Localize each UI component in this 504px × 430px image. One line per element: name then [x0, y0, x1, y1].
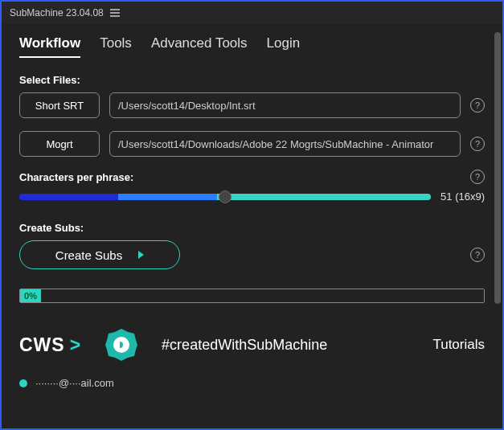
slider-thumb[interactable] [219, 190, 232, 203]
help-icon[interactable]: ? [470, 137, 485, 151]
content-area: Workflow Tools Advanced Tools Login Sele… [2, 24, 502, 428]
status-dot-icon [19, 379, 27, 387]
short-srt-button[interactable]: Short SRT [19, 92, 100, 118]
help-icon[interactable]: ? [470, 170, 485, 184]
hashtag: #createdWithSubMachine [162, 337, 327, 354]
chevron-right-icon: > [70, 334, 81, 356]
create-row: Create Subs ? [19, 240, 485, 269]
progress-fill: 0% [20, 289, 41, 302]
cpp-slider[interactable] [19, 194, 431, 200]
app-title: SubMachine 23.04.08 [10, 7, 104, 18]
mogrt-path-field[interactable]: /Users/scott14/Downloads/Adobe 22 Mogrts… [109, 131, 461, 157]
play-icon [138, 251, 144, 259]
cpp-header: Characters per phrase: ? [19, 170, 485, 184]
tab-bar: Workflow Tools Advanced Tools Login [19, 35, 485, 58]
titlebar: SubMachine 23.04.08 [2, 2, 502, 24]
cws-text: CWS [19, 334, 65, 356]
create-subs-button-label: Create Subs [55, 248, 122, 262]
cws-logo[interactable]: CWS > [19, 334, 81, 356]
scrollbar-thumb[interactable] [494, 32, 501, 304]
app-window: SubMachine 23.04.08 Workflow Tools Advan… [0, 0, 504, 430]
badge-icon [104, 327, 139, 362]
tab-tools[interactable]: Tools [100, 35, 132, 58]
file-row-srt: Short SRT /Users/scott14/Desktop/Int.srt… [19, 92, 485, 118]
tutorials-link[interactable]: Tutorials [432, 337, 485, 353]
cpp-label: Characters per phrase: [19, 171, 133, 183]
progress-bar: 0% [19, 289, 485, 303]
menu-icon[interactable] [110, 9, 120, 17]
file-row-mogrt: Mogrt /Users/scott14/Downloads/Adobe 22 … [19, 131, 485, 157]
status-email: ········@····ail.com [35, 377, 114, 389]
status-row: ········@····ail.com [19, 377, 485, 389]
footer: CWS > #createdWithSubMachine Tutorials [19, 327, 485, 362]
mogrt-button[interactable]: Mogrt [19, 131, 100, 157]
create-subs-label: Create Subs: [19, 222, 485, 234]
create-subs-button[interactable]: Create Subs [19, 240, 180, 269]
help-icon[interactable]: ? [470, 98, 485, 113]
tab-workflow[interactable]: Workflow [19, 35, 80, 58]
help-icon[interactable]: ? [470, 248, 485, 262]
select-files-label: Select Files: [19, 74, 485, 86]
tab-login[interactable]: Login [267, 35, 301, 58]
tab-advanced-tools[interactable]: Advanced Tools [151, 35, 248, 58]
cpp-value: 51 (16x9) [440, 190, 485, 203]
cpp-slider-row: 51 (16x9) [19, 190, 485, 203]
srt-path-field[interactable]: /Users/scott14/Desktop/Int.srt [109, 92, 461, 118]
scrollbar[interactable] [494, 32, 501, 420]
